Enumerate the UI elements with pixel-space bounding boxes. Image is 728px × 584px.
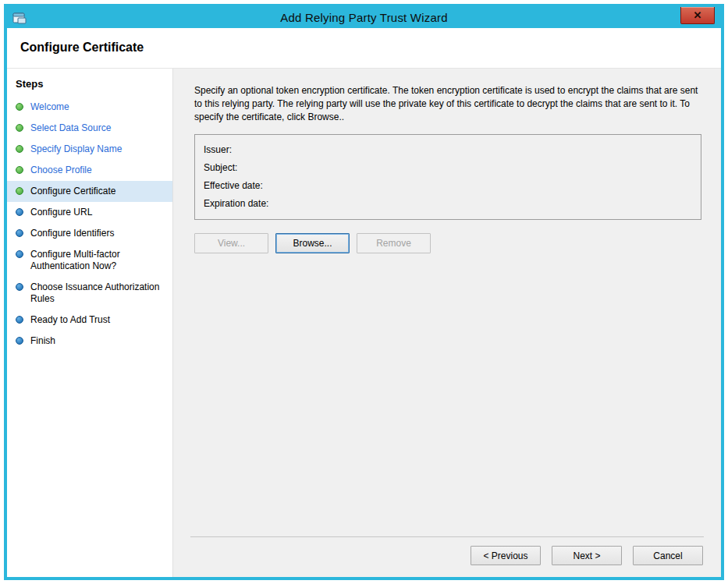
wizard-window: Add Relying Party Trust Wizard ✕ Configu… bbox=[4, 4, 724, 580]
page-header: Configure Certificate bbox=[7, 28, 721, 69]
title-bar: Add Relying Party Trust Wizard ✕ bbox=[7, 7, 721, 28]
sidebar-item-select-data-source[interactable]: Select Data Source bbox=[7, 118, 172, 139]
sidebar-item-specify-display-name[interactable]: Specify Display Name bbox=[7, 139, 172, 160]
page: Add Relying Party Trust Wizard ✕ Configu… bbox=[0, 0, 728, 584]
certificate-issuer-label: Issuer: bbox=[204, 140, 692, 158]
step-status-icon bbox=[16, 250, 23, 258]
sidebar-item-finish: Finish bbox=[7, 331, 172, 352]
certificate-subject-label: Subject: bbox=[204, 158, 692, 176]
cancel-button[interactable]: Cancel bbox=[633, 546, 703, 565]
step-status-icon bbox=[16, 103, 23, 111]
step-label: Select Data Source bbox=[30, 122, 111, 134]
step-status-icon bbox=[16, 316, 23, 324]
steps-title: Steps bbox=[7, 76, 172, 97]
wizard-body: Steps Welcome Select Data Source Specify… bbox=[7, 69, 721, 577]
sidebar-item-configure-url: Configure URL bbox=[7, 202, 172, 223]
step-status-icon bbox=[16, 337, 23, 345]
certificate-expiration-date-label: Expiration date: bbox=[204, 194, 692, 212]
step-label: Ready to Add Trust bbox=[30, 314, 110, 326]
sidebar-item-choose-issuance-rules: Choose Issuance Authorization Rules bbox=[7, 277, 172, 310]
sidebar-item-welcome[interactable]: Welcome bbox=[7, 97, 172, 118]
step-status-icon bbox=[16, 283, 23, 291]
step-description: Specify an optional token encryption cer… bbox=[194, 84, 704, 124]
step-label: Configure URL bbox=[30, 207, 92, 218]
sidebar-item-configure-certificate[interactable]: Configure Certificate bbox=[7, 181, 172, 202]
wizard-footer: < Previous Next > Cancel bbox=[190, 536, 704, 577]
step-label: Configure Multi-factor Authentication No… bbox=[30, 249, 165, 272]
step-status-icon bbox=[16, 208, 23, 216]
sidebar-item-configure-mfa: Configure Multi-factor Authentication No… bbox=[7, 244, 172, 277]
main-content: Specify an optional token encryption cer… bbox=[173, 69, 721, 577]
step-label: Welcome bbox=[30, 101, 69, 113]
remove-button: Remove bbox=[357, 233, 431, 253]
browse-button[interactable]: Browse... bbox=[275, 233, 350, 253]
step-status-icon bbox=[16, 145, 23, 153]
sidebar-item-choose-profile[interactable]: Choose Profile bbox=[7, 160, 172, 181]
step-status-icon bbox=[16, 124, 23, 132]
step-label: Finish bbox=[30, 335, 55, 347]
certificate-actions: View... Browse... Remove bbox=[194, 233, 704, 253]
step-label: Configure Identifiers bbox=[30, 228, 114, 239]
sidebar-item-ready-to-add-trust: Ready to Add Trust bbox=[7, 310, 172, 331]
step-status-icon bbox=[16, 229, 23, 237]
previous-button[interactable]: < Previous bbox=[471, 546, 541, 565]
view-button: View... bbox=[194, 233, 268, 253]
step-label: Choose Profile bbox=[30, 165, 92, 176]
step-label: Choose Issuance Authorization Rules bbox=[30, 281, 165, 305]
step-label: Configure Certificate bbox=[30, 186, 115, 197]
sidebar-item-configure-identifiers: Configure Identifiers bbox=[7, 223, 172, 244]
window-title: Add Relying Party Trust Wizard bbox=[7, 11, 721, 24]
certificate-effective-date-label: Effective date: bbox=[204, 176, 692, 194]
step-status-icon bbox=[16, 166, 23, 174]
page-title: Configure Certificate bbox=[20, 41, 144, 54]
steps-sidebar: Steps Welcome Select Data Source Specify… bbox=[7, 69, 173, 577]
close-button[interactable]: ✕ bbox=[680, 7, 715, 24]
step-label: Specify Display Name bbox=[30, 143, 122, 155]
step-status-icon bbox=[16, 187, 23, 195]
certificate-details-box: Issuer: Subject: Effective date: Expirat… bbox=[194, 134, 701, 220]
next-button[interactable]: Next > bbox=[552, 546, 622, 565]
